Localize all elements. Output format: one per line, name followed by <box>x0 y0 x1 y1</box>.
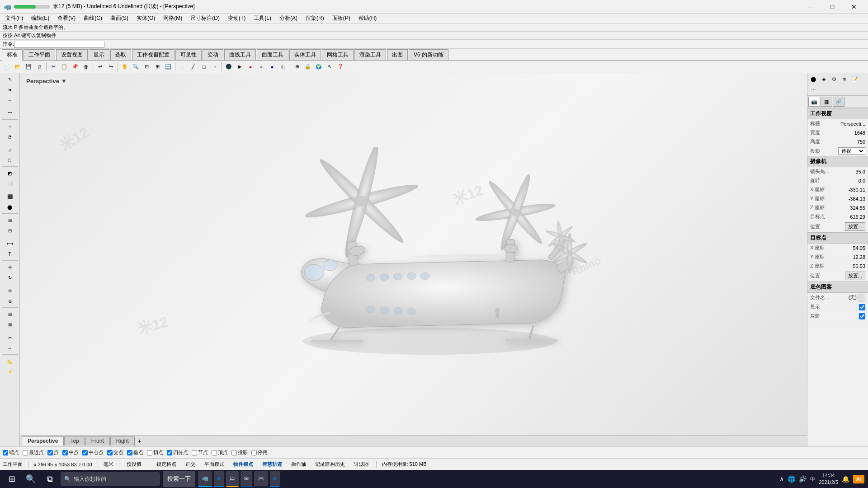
rect-button[interactable]: □ <box>199 62 209 72</box>
copy-button[interactable]: 📋 <box>59 62 69 72</box>
menu-curve[interactable]: 曲线(C) <box>80 14 106 23</box>
world-btn[interactable]: 🌍 <box>314 62 324 72</box>
new-button[interactable]: 📄 <box>2 62 12 72</box>
status-opaxis-btn[interactable]: 操作轴 <box>289 460 308 468</box>
rotate-button[interactable]: 🔄 <box>163 62 173 72</box>
menu-panel[interactable]: 面板(P) <box>329 14 354 23</box>
start-button[interactable]: ⊞ <box>4 471 20 487</box>
snap-grid-tool[interactable]: ⊠ <box>2 319 18 329</box>
tab-viewport-config[interactable]: 工作视窗配置 <box>132 49 175 60</box>
paste-button[interactable]: 📌 <box>70 62 80 72</box>
taskbar-app-steam[interactable]: 🎮 <box>254 471 268 487</box>
mesh-tool[interactable]: ⊞ <box>2 215 18 225</box>
vp-tab-top[interactable]: Top <box>64 436 85 446</box>
status-lockgrid-btn[interactable]: 锁定格点 <box>155 460 178 468</box>
snap-disable[interactable]: 停用 <box>251 449 268 456</box>
text-tool[interactable]: T <box>2 249 18 259</box>
cursor-btn[interactable]: ↖ <box>325 62 335 72</box>
taskbar-app-rhino[interactable]: 🦏 <box>198 471 212 487</box>
zebra-tool[interactable]: ⚡ <box>2 366 18 376</box>
snap-tan[interactable]: 切点 <box>147 449 163 456</box>
minimize-button[interactable]: ─ <box>800 0 821 14</box>
prop-btn-file-browse[interactable]: ⋯ <box>857 294 865 301</box>
lock-btn[interactable]: 🔒 <box>303 62 313 72</box>
search-submit-button[interactable]: 搜索一下 <box>163 471 195 487</box>
status-history-btn[interactable]: 记录建构历史 <box>313 460 347 468</box>
curve-tool[interactable]: ⌒ <box>2 98 18 108</box>
tab-solid-tools[interactable]: 实体工具 <box>289 49 321 60</box>
menu-surface[interactable]: 曲面(S) <box>107 14 132 23</box>
circle-tool[interactable]: ○ <box>2 121 18 131</box>
tab-v6-new[interactable]: V6 的新功能 <box>409 49 448 60</box>
zoom-button[interactable]: 🔍 <box>131 62 141 72</box>
menu-transform[interactable]: 变动(T) <box>224 14 249 23</box>
close-button[interactable]: ✕ <box>844 0 864 14</box>
menu-render[interactable]: 渲染(R) <box>302 14 328 23</box>
polyline-tool[interactable]: ⊿ <box>2 145 18 155</box>
taskbar-app-explorer[interactable]: 🗂 <box>226 471 239 487</box>
help-btn[interactable]: ❓ <box>335 62 345 72</box>
status-preset-btn[interactable]: 预设值 <box>125 460 143 468</box>
tray-volume-icon[interactable]: 🔊 <box>799 475 807 483</box>
menu-mesh[interactable]: 网格(M) <box>160 14 186 23</box>
vp-tab-add[interactable]: + <box>135 436 144 446</box>
menu-edit[interactable]: 编辑(E) <box>28 14 53 23</box>
tab-surface-tools[interactable]: 曲面工具 <box>257 49 288 60</box>
status-filter-btn[interactable]: 过滤器 <box>352 460 371 468</box>
dot-grid-tool[interactable]: ⊞ <box>2 309 18 319</box>
tab-drafting[interactable]: 出图 <box>387 49 408 60</box>
tab-curve-tools[interactable]: 曲线工具 <box>224 49 256 60</box>
menu-help[interactable]: 帮助(H) <box>355 14 381 23</box>
panel-tab-render[interactable]: ◈ <box>819 74 829 84</box>
panel-tab-obj-props[interactable]: ⚙ <box>829 74 839 84</box>
light-button[interactable]: ◐ <box>278 62 288 72</box>
vp-tab-front[interactable]: Front <box>85 436 110 446</box>
dim-tool[interactable]: ⟷ <box>2 239 18 249</box>
menu-dim[interactable]: 尺寸标注(D) <box>187 14 223 23</box>
tab-display[interactable]: 显示 <box>89 49 109 60</box>
line-button[interactable]: ╱ <box>188 62 198 72</box>
boolean-diff-tool[interactable]: ⊖ <box>2 296 18 306</box>
environment-button[interactable]: ● <box>267 62 277 72</box>
pan-button[interactable]: ✋ <box>120 62 130 72</box>
tab-view-setup[interactable]: 设置视图 <box>56 49 88 60</box>
trim-tool[interactable]: ✂ <box>2 333 18 343</box>
prop-select-projection[interactable]: 透视 平行 二点透视 <box>838 147 865 155</box>
save-button[interactable]: 💾 <box>24 62 33 72</box>
menu-solid[interactable]: 实体(O) <box>133 14 159 23</box>
arc-tool[interactable]: ◔ <box>2 131 18 141</box>
zoom-sel-button[interactable]: ⊞ <box>152 62 162 72</box>
redo-button[interactable]: ↪ <box>106 62 116 72</box>
status-snapobj-btn[interactable]: 物件锁点 <box>231 460 255 468</box>
solid-sphere-tool[interactable]: ⬤ <box>2 202 18 212</box>
prop-check-grayscale[interactable] <box>859 313 865 319</box>
ai-badge[interactable]: Ai <box>853 475 864 483</box>
tab-mesh-tools[interactable]: 网格工具 <box>322 49 354 60</box>
panel-sub-grid[interactable]: ▦ <box>821 97 832 107</box>
snap-endpoint[interactable]: 端点 <box>3 449 19 456</box>
tab-render-tools[interactable]: 渲染工具 <box>354 49 386 60</box>
render-preview-button[interactable]: ▶ <box>235 62 245 72</box>
taskbar-time[interactable]: 14:34 2021/2/5 <box>819 472 838 486</box>
snap-point[interactable]: 点 <box>47 449 59 456</box>
taskbar-search-input[interactable] <box>74 476 146 482</box>
menu-file[interactable]: 文件(F) <box>2 14 27 23</box>
analysis-tool[interactable]: 📐 <box>2 356 18 366</box>
delete-button[interactable]: 🗑 <box>81 62 91 72</box>
rotate-3d-tool[interactable]: ↻ <box>2 272 18 282</box>
cut-button[interactable]: ✂ <box>48 62 58 72</box>
snap-project[interactable]: 投影 <box>231 449 248 456</box>
menu-tools[interactable]: 工具(L) <box>250 14 275 23</box>
material-button[interactable]: ● <box>245 62 255 72</box>
viewport[interactable]: 米12 米12 米12 Rhino Perspective ▼ <box>20 73 807 446</box>
surface-tool[interactable]: ◩ <box>2 168 18 178</box>
undo-button[interactable]: ↩ <box>95 62 105 72</box>
snap-quad[interactable]: 四分点 <box>167 449 188 456</box>
prop-check-show[interactable] <box>859 304 865 310</box>
panel-tab-more[interactable]: ⋯ <box>808 84 818 94</box>
tab-transform[interactable]: 变动 <box>203 49 223 60</box>
menu-view[interactable]: 查看(V) <box>54 14 79 23</box>
select-tool[interactable]: ↖ <box>2 74 18 84</box>
snap-midpoint[interactable]: 中点 <box>62 449 79 456</box>
snap-nearest[interactable]: 最近点 <box>23 449 44 456</box>
